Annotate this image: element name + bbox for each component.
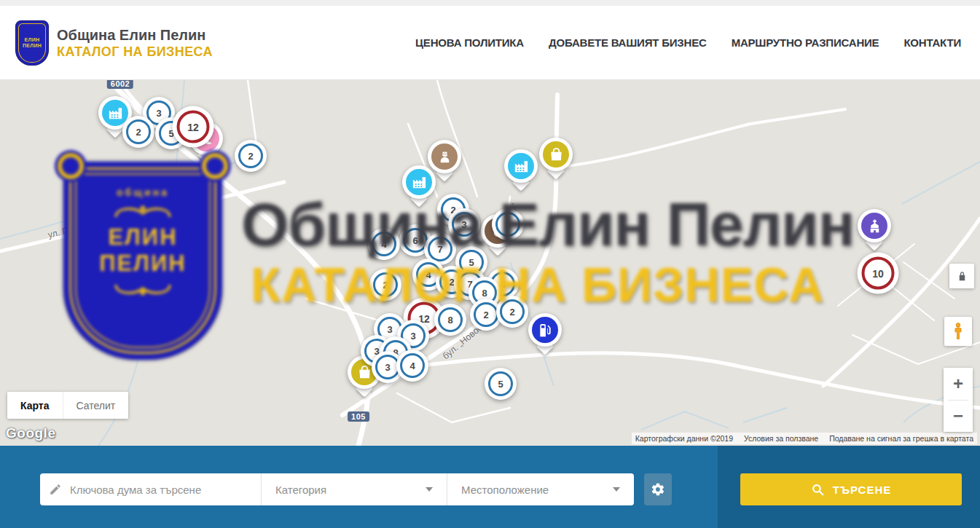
main-nav: ЦЕНОВА ПОЛИТИКА ДОБАВЕТЕ ВАШИЯТ БИЗНЕС М… — [415, 36, 961, 49]
fuel-icon — [537, 322, 554, 339]
location-select[interactable]: Местоположение — [447, 473, 634, 505]
cluster-count: 2 — [483, 310, 488, 320]
map-pin-bag[interactable] — [539, 138, 573, 171]
cluster-count: 10 — [872, 267, 884, 279]
search-button[interactable]: ТЪРСЕНЕ — [740, 473, 962, 505]
map-cluster[interactable]: 5 — [492, 208, 524, 240]
google-logo[interactable]: Google — [6, 425, 55, 441]
cluster-count: 3 — [156, 108, 161, 119]
map-pin-church[interactable] — [858, 209, 891, 243]
church-icon — [866, 218, 883, 235]
report-map-error-link[interactable]: Подаване на сигнал за грешка в картата — [829, 434, 973, 443]
chevron-down-icon — [613, 487, 620, 492]
zoom-out-button[interactable]: − — [944, 401, 973, 433]
lock-icon — [957, 271, 968, 282]
factory-icon — [411, 174, 428, 191]
search-icon — [811, 483, 825, 497]
map-cluster[interactable]: 2 — [496, 296, 528, 328]
cluster-count: 12 — [187, 121, 199, 133]
cluster-count: 8 — [447, 315, 452, 326]
nav-route-schedule[interactable]: МАРШРУТНО РАЗПИСАНИЕ — [732, 36, 879, 49]
location-select-value: Местоположение — [461, 484, 549, 496]
cluster-count: 2 — [383, 280, 388, 291]
map-pin-fuel[interactable] — [528, 313, 562, 347]
map-cluster[interactable]: 4 — [368, 228, 400, 260]
site-title: Община Елин Пелин — [57, 26, 213, 44]
map-canvas[interactable]: 6002105ул. Преславбул. „Новоселци“ 32512… — [0, 80, 980, 446]
map-cluster[interactable]: 2 — [235, 140, 267, 172]
advanced-search-button[interactable] — [644, 473, 672, 505]
search-bar: Категория Местоположение ТЪРСЕНЕ — [0, 446, 980, 528]
nav-add-your-business[interactable]: ДОБАВЕТЕ ВАШИЯТ БИЗНЕС — [549, 36, 707, 49]
factory-icon — [107, 105, 124, 122]
street-view-pegman-button[interactable] — [944, 317, 972, 346]
cluster-count: 3 — [387, 324, 392, 335]
municipality-emblem-icon: ЕЛИН ПЕЛИН — [15, 20, 49, 66]
keyword-field[interactable] — [40, 473, 261, 505]
cluster-count: 4 — [409, 360, 415, 371]
map-type-satellite-button[interactable]: Сателит — [63, 392, 129, 419]
markers-layer: 325122235647542274812822333834510 — [0, 80, 980, 446]
map-pin-factory[interactable] — [402, 165, 436, 199]
cluster-count: 2 — [248, 151, 253, 162]
zoom-in-button[interactable]: + — [944, 368, 973, 400]
cluster-count: 4 — [500, 279, 505, 290]
map-cluster[interactable]: 3 — [448, 208, 480, 240]
map-cluster[interactable]: 8 — [434, 304, 466, 336]
cluster-count: 8 — [482, 288, 487, 299]
site-logo[interactable]: ЕЛИН ПЕЛИН Община Елин Пелин КАТАЛОГ НА … — [15, 20, 213, 66]
cluster-count: 2 — [509, 307, 514, 318]
search-fields: Категория Местоположение — [40, 473, 634, 505]
emblem-text: ЕЛИН — [25, 37, 40, 43]
map-cluster[interactable]: 12 — [173, 106, 214, 148]
bag-icon — [356, 364, 373, 381]
map-cluster[interactable]: 4 — [396, 350, 428, 382]
cluster-count: 3 — [461, 219, 466, 230]
factory-icon — [513, 158, 530, 175]
top-strip — [0, 0, 980, 6]
lock-button[interactable] — [949, 264, 974, 288]
bag-icon — [548, 146, 565, 163]
cluster-count: 4 — [381, 239, 386, 250]
map-pin-factory[interactable] — [504, 149, 538, 183]
nav-contacts[interactable]: КОНТАКТИ — [903, 36, 961, 49]
cluster-count: 2 — [136, 127, 141, 138]
cluster-count: 4 — [426, 269, 431, 280]
gear-icon — [651, 482, 665, 497]
terms-of-use-link[interactable]: Условия за ползване — [744, 434, 818, 443]
page: ЕЛИН ПЕЛИН Община Елин Пелин КАТАЛОГ НА … — [0, 0, 980, 528]
search-button-label: ТЪРСЕНЕ — [833, 484, 892, 496]
nav-pricing-policy[interactable]: ЦЕНОВА ПОЛИТИКА — [415, 36, 524, 49]
site-subtitle: КАТАЛОГ НА БИЗНЕСА — [57, 44, 213, 60]
category-select[interactable]: Категория — [261, 473, 447, 505]
category-select-value: Категория — [275, 484, 326, 496]
cluster-count: 6 — [412, 235, 418, 246]
map-type-map-button[interactable]: Карта — [7, 392, 63, 419]
cluster-count: 7 — [437, 244, 442, 255]
map-type-toggle: Карта Сателит — [7, 392, 128, 419]
pencil-icon — [49, 483, 62, 496]
cluster-count: 3 — [385, 362, 390, 373]
worker-icon — [436, 149, 453, 165]
zoom-control: + − — [944, 368, 973, 432]
emblem-text: ПЕЛИН — [23, 43, 42, 49]
search-bar-left: Категория Местоположение — [0, 446, 718, 528]
map-attribution: Картографски данни ©2019 Условия за полз… — [632, 433, 977, 444]
cluster-count: 5 — [505, 219, 510, 230]
map-cluster[interactable]: 10 — [858, 253, 899, 294]
search-bar-right: ТЪРСЕНЕ — [718, 446, 980, 528]
map-cluster[interactable]: 2 — [369, 269, 401, 301]
cluster-count: 5 — [469, 257, 474, 268]
chevron-down-icon — [426, 487, 433, 492]
cluster-count: 3 — [410, 331, 415, 342]
map-cluster[interactable]: 2 — [122, 116, 154, 148]
keyword-input[interactable] — [70, 484, 252, 496]
pegman-icon — [950, 321, 966, 342]
map-data-copyright: Картографски данни ©2019 — [635, 434, 733, 443]
cluster-count: 5 — [498, 379, 503, 390]
header: ЕЛИН ПЕЛИН Община Елин Пелин КАТАЛОГ НА … — [0, 6, 980, 80]
brand-text: Община Елин Пелин КАТАЛОГ НА БИЗНЕСА — [57, 26, 213, 60]
map-cluster[interactable]: 5 — [485, 368, 517, 400]
